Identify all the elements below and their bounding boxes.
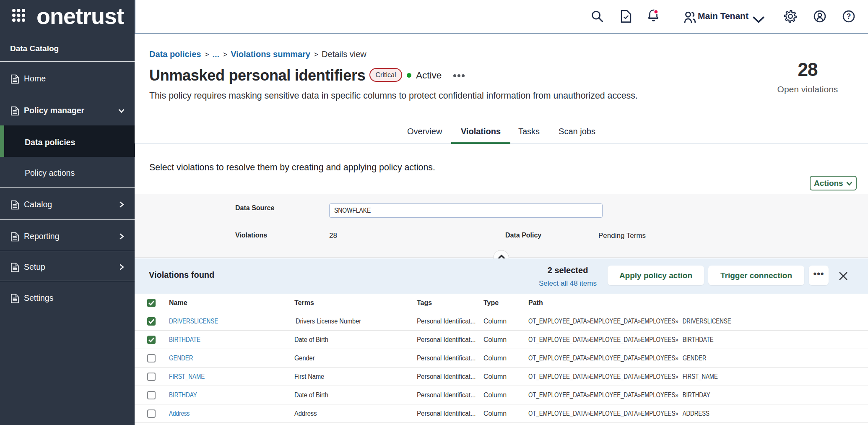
svg-text:?: ?	[847, 12, 851, 21]
